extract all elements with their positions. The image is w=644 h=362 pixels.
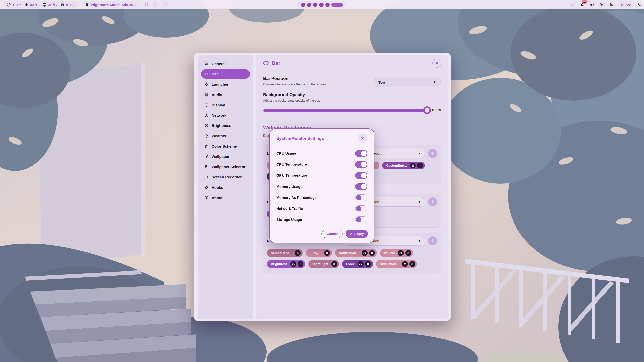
widget-chip-screenreco[interactable]: ScreenReco...✕ [267,249,303,257]
heart-button[interactable]: ♡ [162,1,169,8]
stat-item: 38°C [42,3,57,7]
widget-chip-label: NightLight [312,262,330,266]
overview-button[interactable] [637,3,641,7]
header-divider [256,71,448,71]
stat-item: 43°C [25,3,39,7]
sidebar-item-hooks[interactable]: Hooks [201,183,250,192]
chip-remove-button[interactable]: ✕ [417,163,423,168]
system-stats-widget[interactable]: 1.8%43°C38°C9.7G [3,1,79,8]
chip-remove-button[interactable]: ✕ [405,250,411,256]
sidebar-item-display[interactable]: Display [201,100,250,110]
chevron-down-icon: ▼ [418,200,421,204]
workspace-indicator[interactable] [298,1,346,8]
widget-chip-tray[interactable]: Tray✕ [306,249,332,257]
window-close-button[interactable]: ✕ [432,59,441,68]
toggle-switch[interactable] [355,205,367,212]
add-widget-button[interactable]: + [428,149,437,158]
widget-chip-brightness[interactable]: Brightness⚙✕ [267,260,305,268]
workspace-dot[interactable] [301,3,305,7]
sidebar-item-screen-recorder[interactable]: Screen Recorder [201,172,250,182]
toggle-row-cpu-usage: CPU Usage [276,148,367,159]
heart-button[interactable]: ♡ [152,1,160,8]
slider-handle[interactable] [423,106,431,114]
toggle-switch[interactable] [355,161,367,168]
add-widget-button[interactable]: + [428,236,437,245]
widget-chip-label: Clock [346,262,356,266]
toggle-switch[interactable] [355,194,367,201]
chip-settings-button[interactable]: ⚙ [402,261,408,267]
chip-settings-button[interactable]: ⚙ [398,250,404,256]
modal-close-button[interactable]: ✕ [358,133,367,143]
modal-title: SystemMonitor Settings [276,136,324,141]
widget-chip-volume[interactable]: Volume⚙✕ [380,249,413,257]
chip-remove-button[interactable]: ✕ [365,261,371,267]
sliders-icon [204,62,209,66]
workspace-dot[interactable] [313,3,317,7]
sidebar-item-label: Display [212,103,225,107]
volume-button[interactable] [588,1,596,8]
sidebar-item-about[interactable]: About [201,193,250,202]
chip-settings-button[interactable]: ⚙ [290,261,296,267]
chip-remove-button[interactable]: ✕ [295,250,301,256]
workspace-dot[interactable] [325,3,330,7]
sidebar-item-network[interactable]: Network [201,111,250,120]
systemmonitor-settings-modal: SystemMonitor Settings ✕ CPU UsageCPU Te… [269,128,374,243]
notifications-button[interactable]: 10 [578,1,586,8]
workspace-dot[interactable] [319,3,324,7]
cloud-icon [204,134,209,138]
apply-button[interactable]: ✓ Apply [346,230,368,238]
sidebar-item-label: Color Scheme [212,144,237,148]
widget-chip-notification[interactable]: Notification...⚙✕ [335,249,377,257]
chip-remove-button[interactable]: ✕ [331,261,337,267]
slider-track[interactable] [263,109,427,112]
toggle-switch[interactable] [355,172,367,179]
skull-button[interactable] [143,1,150,8]
sidebar-item-audio[interactable]: Audio [201,90,250,99]
gear-icon: ⚙ [403,262,407,266]
chip-remove-button[interactable]: ✕ [298,261,303,267]
brightness-button[interactable] [598,1,606,8]
background-opacity-slider[interactable]: 100% [263,106,441,114]
widget-chip-label: Brightness [271,262,289,266]
toggle-switch[interactable] [355,216,367,223]
cancel-button[interactable]: Cancel [321,230,343,238]
top-bar: 1.8%43°C38°C9.7G Nightcore Music Mix 20.… [0,0,644,9]
chip-remove-button[interactable]: ✕ [409,261,415,267]
chip-settings-button[interactable]: ⚙ [410,163,416,168]
toggle-switch[interactable] [355,150,367,157]
add-widget-button[interactable]: + [428,197,437,206]
sidebar-item-wallpaper[interactable]: Wallpaper [201,152,250,161]
clock-text: 00:28 [621,3,631,7]
bar-position-value: Top [378,80,385,84]
sidebar-item-launcher[interactable]: Launcher [201,80,250,89]
tray-app-icon: ꞓ [571,3,573,7]
chip-remove-button[interactable]: ✕ [324,250,330,256]
widget-chip-nightlight[interactable]: NightLight✕ [308,260,339,268]
tray-app-button[interactable]: ꞓ [569,1,576,8]
sidebar-item-brightness[interactable]: Brightness [201,121,250,130]
chip-settings-button[interactable]: ⚙ [362,250,368,256]
sidebar-item-weather[interactable]: Weather [201,131,250,141]
sidebar-item-color-scheme[interactable]: Color Scheme [201,142,250,151]
chip-remove-button[interactable]: ✕ [369,250,375,256]
sidebar-item-wallpaper-selector[interactable]: Wallpaper Selector [201,162,250,171]
sidebar-item-bar[interactable]: Bar [201,69,250,79]
widget-chip-label: Volume [384,251,396,255]
sidebar-item-general[interactable]: General [201,59,250,68]
workspace-active[interactable] [331,3,343,7]
sidebar-item-label: Bar [212,72,218,76]
widget-chip-sidepanelt[interactable]: SidePanelT...⚙✕ [376,260,417,268]
gear-icon: ⚙ [292,262,295,266]
chip-settings-button[interactable]: ⚙ [358,261,364,267]
bar-position-dropdown[interactable]: Top ▼ [374,77,441,87]
night-light-button[interactable] [608,1,615,8]
widget-chip-label: Notification... [339,251,360,255]
toggle-label: CPU Usage [276,151,296,155]
widget-chip-label: CustomButt... [386,164,408,167]
widget-chip-clock[interactable]: Clock⚙✕ [342,260,373,268]
media-widget[interactable]: Nightcore Music Mix 20... [81,1,140,8]
toggle-switch[interactable] [355,183,367,190]
workspace-dot[interactable] [307,3,311,7]
clock-widget[interactable]: 00:28 [618,1,635,8]
widget-chip-custombutt[interactable]: CustomButt...⚙✕ [382,162,425,169]
